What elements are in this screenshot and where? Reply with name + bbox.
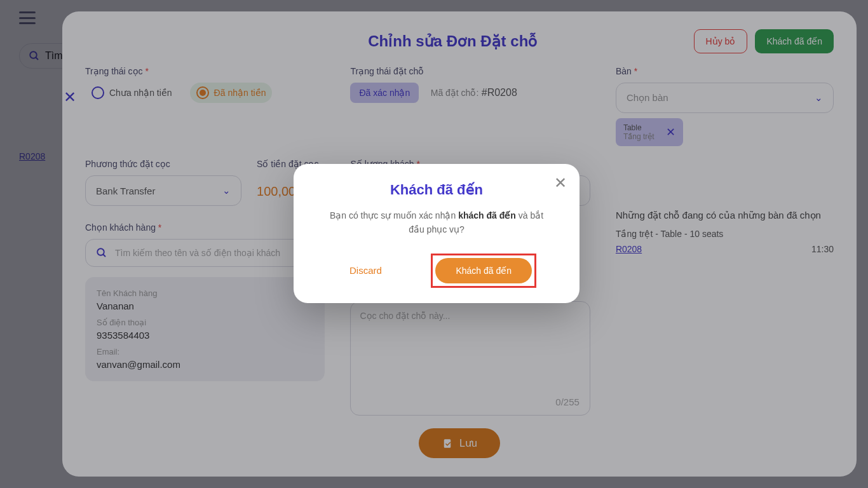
- close-icon[interactable]: ✕: [554, 174, 567, 192]
- dialog-message: Bạn có thực sự muốn xác nhận khách đã đế…: [311, 208, 562, 237]
- dialog-title: Khách đã đến: [311, 182, 562, 198]
- confirm-dialog: ✕ Khách đã đến Bạn có thực sự muốn xác n…: [294, 164, 580, 303]
- confirm-arrived-button[interactable]: Khách đã đến: [435, 258, 532, 283]
- discard-button[interactable]: Discard: [337, 257, 395, 283]
- highlight-box: Khách đã đến: [431, 254, 536, 288]
